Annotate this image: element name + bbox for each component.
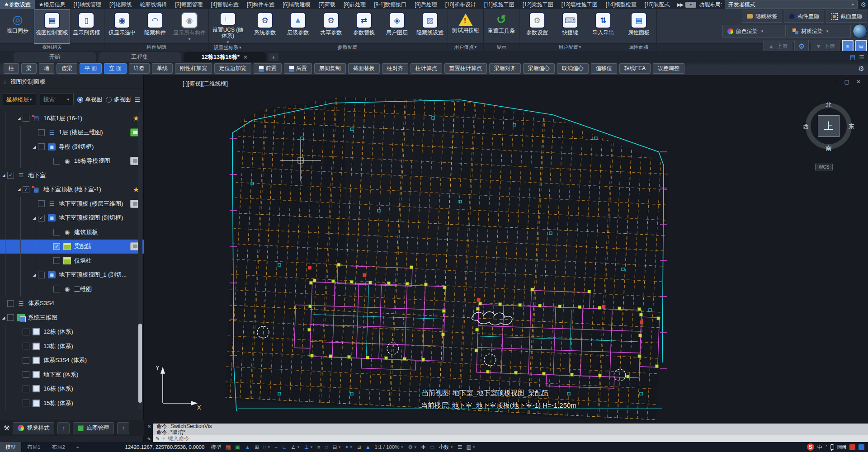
tree-row[interactable]: ◢▦导模 (剖切框) [0, 140, 144, 154]
ribbon-button[interactable]: ⇅导入导出 [587, 10, 619, 43]
cad-drawing[interactable]: YX [144, 75, 868, 424]
screenshot-button[interactable]: ▾ [685, 2, 696, 8]
ortho-icon[interactable]: ∠▼ [291, 444, 300, 451]
command-input[interactable]: ✎ ▼ 键入命令 [153, 435, 868, 442]
menu-item[interactable]: [8-1]数据接口 [370, 0, 410, 9]
zoom-readout[interactable]: 1:1 / 100%▼ [375, 444, 404, 450]
toolbar-button[interactable]: 刚性杆加宽 [175, 63, 212, 74]
doc-icon[interactable]: ▤ [850, 54, 855, 61]
expander-icon[interactable]: ◢ [0, 315, 7, 320]
visibility-checkbox[interactable] [23, 386, 29, 392]
toolbar-button[interactable]: 后置 [284, 63, 312, 74]
tree-row[interactable]: ◢▦地下室顶板视图 (剖切框) [0, 211, 144, 226]
ribbon-button[interactable]: 测试用按钮 [449, 10, 482, 43]
tree-row[interactable]: ◢☰地下室 [0, 168, 144, 183]
ribbon-button[interactable]: ◎视口同步 [1, 10, 34, 43]
expander-icon[interactable]: ◢ [31, 145, 38, 149]
menu-item[interactable]: [14]模型检查 [602, 0, 641, 9]
visibility-checkbox[interactable] [38, 200, 45, 207]
visibility-checkbox[interactable] [7, 300, 14, 307]
tree-row[interactable]: ☰体系S3S4 [0, 297, 144, 311]
tree-panel-icon[interactable]: ≡ [842, 40, 854, 52]
infer-constraints-icon[interactable]: ⌐ [275, 444, 278, 451]
restore-icon[interactable]: ▢ [844, 79, 849, 85]
expander-icon[interactable]: ◢ [31, 216, 38, 220]
menu-item[interactable]: [15]装配式 [641, 0, 674, 9]
toolbar-button[interactable]: 柱计算点 [410, 63, 442, 74]
toolbar-button[interactable]: 截面替换 [348, 63, 380, 74]
tree-row[interactable]: ◢系统三维图 [0, 311, 144, 325]
toolbar-button[interactable]: 立 面 [104, 63, 126, 74]
visibility-checkbox[interactable] [23, 115, 29, 122]
format-select[interactable]: 小数▼ [439, 444, 453, 451]
member-visibility-button[interactable]: 构件显隐 [784, 10, 824, 23]
tab-close-icon[interactable]: ✕ [243, 54, 248, 61]
menu-item[interactable]: [4]智能布置 [207, 0, 243, 9]
tree-row[interactable]: ☰1层 (楼层三维图) [0, 126, 144, 140]
menu-item[interactable]: [6]辅助建模 [278, 0, 314, 9]
isometric-icon[interactable]: ≡ [317, 444, 321, 451]
panel-toggle-icon[interactable]: ▥▼ [466, 444, 476, 450]
selection-cycling-icon[interactable]: ▲ [365, 444, 370, 451]
ribbon-button[interactable]: ▨隐藏线设置 [414, 10, 446, 43]
star-filter-select[interactable]: 星标楼层 ▼ [3, 94, 36, 105]
tree-row[interactable]: ☰地下室顶板 (楼层三维图) [0, 197, 144, 211]
menu-item[interactable]: 轮廓线编辑 [136, 0, 171, 9]
tree-row[interactable]: ◉16栋导模视图 [0, 154, 144, 169]
menu-item[interactable]: [8]前处理 [340, 0, 370, 9]
tree-row[interactable]: ◉三维图 [0, 282, 144, 297]
multi-view-radio[interactable]: 多视图 [106, 96, 131, 104]
ribbon-button[interactable]: ◉仅显示选中 [106, 10, 138, 43]
visibility-checkbox[interactable] [38, 272, 45, 278]
visibility-checkbox[interactable] [38, 215, 45, 221]
visual-style-up-button[interactable]: ↑ [57, 422, 70, 434]
compass-top-face[interactable]: 上 [818, 115, 840, 137]
toolbar-button[interactable]: 虚梁 [57, 63, 77, 74]
upper-floor-button[interactable]: ▲ 上层 [763, 40, 793, 52]
menu-item[interactable]: [11]板施工图 [480, 0, 519, 9]
menu-item[interactable]: [5]构件布置 [243, 0, 278, 9]
expander-icon[interactable]: ◢ [0, 173, 7, 178]
command-close-icon[interactable]: ✕ [147, 424, 151, 429]
list-icon[interactable]: ☰ [458, 444, 462, 450]
menu-item[interactable]: [9]后处理 [410, 0, 441, 9]
hide-tags-button[interactable]: 隐藏标签 [742, 10, 782, 23]
tree-row[interactable]: ◉建筑顶板 [0, 225, 144, 240]
mic-icon[interactable] [830, 444, 834, 450]
tree-row[interactable]: 13栋 (体系) [0, 339, 144, 353]
ribbon-button[interactable]: ▯显示剖切框 [70, 10, 103, 43]
toolbar-button[interactable]: 取消偏心 [557, 63, 589, 74]
space-tab[interactable]: 模型 [0, 442, 22, 452]
list-icon[interactable]: ☰ [859, 54, 864, 61]
menu-item[interactable]: ★参数设置 [0, 0, 35, 9]
visibility-checkbox[interactable] [53, 243, 60, 250]
document-tab[interactable]: 12栋13栋16栋*✕ [184, 52, 266, 62]
visibility-checkbox[interactable] [53, 286, 60, 292]
tree-scrollbar[interactable] [138, 111, 142, 410]
tree-row[interactable]: 梁配筋 [0, 240, 144, 254]
render-sphere-button[interactable] [853, 24, 867, 38]
crosshair-icon[interactable]: ✚ [421, 444, 426, 450]
ime-tool-blue-icon[interactable] [859, 444, 864, 450]
visibility-checkbox[interactable] [53, 158, 60, 165]
ribbon-button[interactable]: ↺重置工具条 [485, 10, 518, 43]
keyboard-icon[interactable]: ⌨ [837, 443, 846, 451]
toolbar-button[interactable]: 墙 [39, 63, 54, 74]
render-chip-icon[interactable]: ▣ [235, 444, 241, 451]
tree-row[interactable]: 12栋 (体系) [0, 325, 144, 339]
ribbon-button[interactable]: ◠隐藏构件 [139, 10, 171, 43]
toolbar-button[interactable]: 重置柱计算点 [444, 63, 487, 74]
viewport-label[interactable]: [-][俯视][二维线框] [183, 80, 228, 88]
tree-row[interactable]: 地下室 (体系) [0, 367, 144, 382]
space-tab[interactable]: 布局1 [22, 442, 46, 452]
ribbon-button[interactable]: ∟设置UCS (随体系)▼ [210, 10, 245, 44]
menu-item[interactable]: [10]初步设计 [441, 0, 480, 9]
panel-menu-icon[interactable]: ☰ [135, 95, 141, 104]
grid-display-icon[interactable]: ⊞ [255, 444, 259, 451]
scrollbar-thumb[interactable] [138, 324, 142, 403]
osnap-tracking-icon[interactable]: ▱ [325, 444, 329, 451]
layer-color-icon[interactable]: ▦ [225, 444, 231, 451]
toolbar-button[interactable]: 层间复制 [314, 63, 346, 74]
toolbar-button[interactable]: 柱对齐 [382, 63, 408, 74]
ribbon-button[interactable]: ⇄参数替换 [348, 10, 380, 43]
